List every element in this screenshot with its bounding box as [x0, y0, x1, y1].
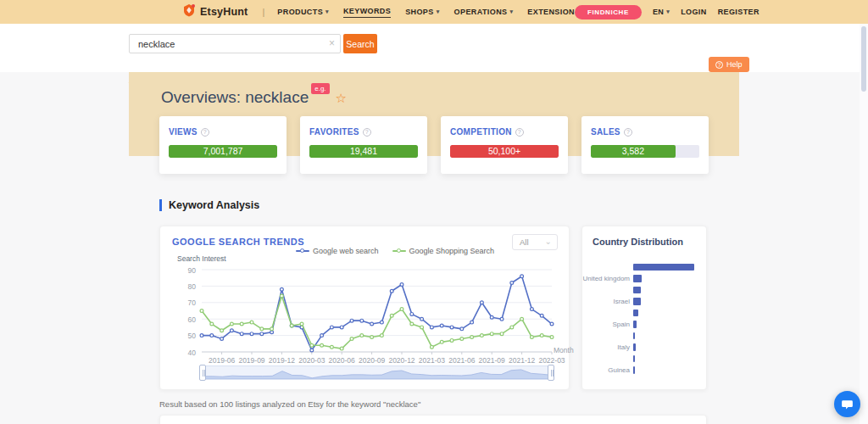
result-note: Result based on 100 listings analyzed on…: [159, 399, 420, 409]
range-dropdown[interactable]: All ⌄: [512, 234, 558, 250]
etsyhunt-logo-icon: [182, 3, 196, 20]
chart-legend: Google web searchGoogle Shopping Search: [296, 247, 494, 255]
country-distribution-card: Country Distribution United kingdomIsrae…: [581, 226, 707, 390]
legend-label: Google web search: [313, 247, 379, 255]
stat-card-views: VIEWS? 7,001,787: [159, 116, 287, 174]
top-navigation-bar: EtsyHunt | PRODUCTS▾ KEYWORDS SHOPS▾ OPE…: [0, 0, 868, 24]
help-button[interactable]: ? Help: [709, 57, 749, 72]
nav-divider: |: [262, 7, 264, 17]
chat-button[interactable]: [834, 391, 860, 417]
country-bar: [633, 321, 637, 328]
chevron-down-icon: ▾: [437, 8, 440, 15]
topbar-right: FINDNICHE EN▾ LOGIN REGISTER: [575, 5, 760, 20]
country-label: United kingdom: [582, 275, 633, 282]
nav-extension[interactable]: EXTENSION: [527, 8, 575, 16]
legend-label: Google Shopping Search: [409, 247, 495, 255]
info-icon[interactable]: ?: [624, 128, 632, 137]
country-bar: [633, 287, 641, 294]
example-badge[interactable]: e.g.: [311, 83, 329, 94]
stat-label: COMPETITION: [450, 127, 512, 137]
country-bar: [633, 355, 635, 363]
country-bar: [633, 298, 641, 305]
keyword-analysis-header: Keyword Analysis: [159, 199, 259, 211]
chevron-down-icon: ▾: [326, 8, 329, 15]
country-row: [582, 261, 708, 273]
datazoom-handle-right[interactable]: [548, 365, 554, 381]
country-row: Italy: [582, 342, 708, 354]
info-icon[interactable]: ?: [515, 128, 524, 137]
country-label: Guinea: [582, 366, 633, 374]
search-input-wrap: ×: [129, 34, 341, 53]
legend-item[interactable]: Google web search: [296, 247, 379, 255]
country-bar-chart: United kingdomIsraelSpainItalyGuinea: [582, 261, 708, 376]
search-section: × Search ? Help Top Trends: popular righ…: [0, 24, 868, 72]
country-bar: [633, 366, 635, 374]
stat-label: FAVORITES: [309, 127, 359, 137]
x-axis-title: Month: [554, 346, 574, 354]
country-row: Guinea: [582, 365, 708, 377]
stat-bar-fill: 19,481: [309, 145, 418, 158]
nav-products[interactable]: PRODUCTS▾: [277, 8, 329, 16]
stat-card-competition: COMPETITION? 50,100+: [441, 116, 568, 174]
trend-line-chart: [202, 270, 552, 352]
country-bar: [633, 264, 694, 271]
trends-card-title: GOOGLE SEARCH TRENDS: [172, 237, 304, 247]
findniche-button[interactable]: FINDNICHE: [575, 5, 642, 20]
clear-input-icon[interactable]: ×: [329, 37, 335, 49]
keyword-search-input[interactable]: [129, 34, 341, 53]
nav-operations[interactable]: OPERATIONS▾: [454, 8, 514, 16]
google-search-trends-card: GOOGLE SEARCH TRENDS Google web searchGo…: [159, 226, 570, 390]
section-accent-bar: [159, 199, 162, 211]
country-bar: [633, 343, 636, 351]
stat-bar-fill: 3,582: [591, 145, 676, 158]
language-selector[interactable]: EN▾: [653, 8, 670, 16]
search-button[interactable]: Search: [343, 34, 377, 53]
dropdown-value: All: [520, 237, 529, 247]
y-axis-title: Search Interest: [177, 254, 226, 263]
datazoom-handle-left[interactable]: [199, 365, 206, 381]
brand-name: EtsyHunt: [200, 6, 248, 18]
country-row: [582, 307, 708, 319]
country-row: [582, 284, 708, 296]
question-icon: ?: [715, 61, 723, 69]
page-title: Overviews: necklace: [161, 88, 309, 107]
country-label: Italy: [582, 343, 633, 351]
register-link[interactable]: REGISTER: [718, 8, 760, 16]
favorite-star-icon[interactable]: ☆: [336, 91, 347, 106]
country-row: Israel: [582, 296, 708, 308]
info-icon[interactable]: ?: [363, 128, 371, 137]
overview-stats-row: VIEWS? 7,001,787 FAVORITES? 19,481 COMPE…: [159, 116, 709, 174]
chevron-down-icon: ▾: [509, 8, 513, 15]
legend-item[interactable]: Google Shopping Search: [392, 247, 495, 255]
scrollbar-track[interactable]: [860, 24, 868, 424]
etsyhunt-logo[interactable]: EtsyHunt: [182, 3, 248, 20]
country-bar: [633, 275, 642, 282]
chat-bubble-icon: [840, 397, 854, 411]
country-label: Israel: [582, 298, 633, 305]
country-row: [582, 353, 708, 365]
stat-bar-fill: 7,001,787: [169, 145, 277, 158]
stat-label: SALES: [591, 127, 620, 137]
legend-marker: [392, 248, 406, 254]
scrollbar-thumb[interactable]: [861, 26, 866, 92]
nav-keywords[interactable]: KEYWORDS: [343, 7, 391, 18]
datazoom-slider[interactable]: [202, 365, 552, 380]
stat-card-sales: SALES? 3,582: [581, 116, 709, 174]
login-link[interactable]: LOGIN: [681, 8, 707, 16]
country-row: United kingdom: [582, 273, 708, 285]
country-bar: [633, 310, 638, 317]
next-section-card: [159, 415, 707, 424]
nav-shops[interactable]: SHOPS▾: [405, 8, 439, 16]
datazoom-area: [203, 366, 551, 379]
country-label: Spain: [582, 321, 633, 328]
y-axis-labels: 405060708090: [177, 270, 196, 352]
stat-label: VIEWS: [169, 127, 198, 137]
stat-card-favorites: FAVORITES? 19,481: [300, 116, 427, 174]
info-icon[interactable]: ?: [201, 128, 209, 137]
chevron-down-icon: ▾: [666, 8, 670, 15]
country-card-title: Country Distribution: [593, 237, 683, 247]
section-title: Keyword Analysis: [169, 199, 259, 211]
country-bar: [633, 332, 635, 340]
chevron-down-icon: ⌄: [545, 234, 552, 248]
country-row: [582, 330, 708, 342]
